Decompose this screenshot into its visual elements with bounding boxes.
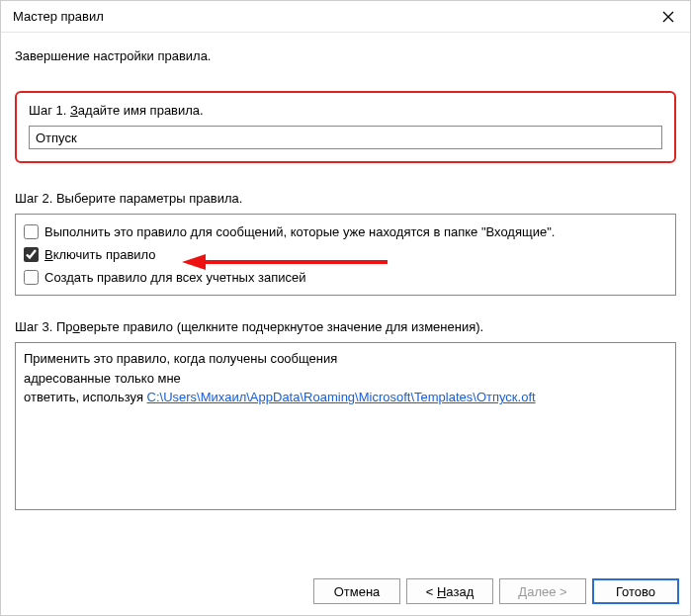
checkbox-all-accounts[interactable]	[24, 270, 39, 285]
page-heading: Завершение настройки правила.	[15, 48, 676, 63]
preview-line-1: Применить это правило, когда получены со…	[24, 349, 667, 369]
rule-name-input[interactable]	[29, 126, 662, 149]
cancel-button[interactable]: Отмена	[313, 578, 400, 604]
step1-label: Шаг 1. Задайте имя правила.	[29, 103, 662, 118]
window-title: Мастер правил	[13, 9, 104, 24]
dialog-buttons: Отмена < Назад Далее > Готово	[313, 578, 679, 604]
option-enable-rule-label: Включить правило	[44, 247, 156, 262]
option-enable-rule[interactable]: Включить правило	[24, 243, 667, 266]
close-icon	[662, 11, 674, 23]
step3-section: Шаг 3. Проверьте правило (щелкните подче…	[15, 319, 676, 510]
checkbox-enable-rule[interactable]	[24, 247, 39, 262]
step2-options-box: Выполнить это правило для сообщений, кот…	[15, 214, 676, 296]
dialog-content: Завершение настройки правила. Шаг 1. Зад…	[1, 33, 690, 520]
rule-preview-box: Применить это правило, когда получены со…	[15, 342, 676, 510]
option-run-existing[interactable]: Выполнить это правило для сообщений, кот…	[24, 220, 667, 243]
preview-line-2: адресованные только мне	[24, 369, 667, 389]
step3-label: Шаг 3. Проверьте правило (щелкните подче…	[15, 319, 676, 334]
next-button: Далее >	[499, 578, 586, 604]
step1-highlight-box: Шаг 1. Задайте имя правила.	[15, 91, 676, 163]
back-button[interactable]: < Назад	[406, 578, 493, 604]
option-run-existing-label: Выполнить это правило для сообщений, кот…	[44, 224, 555, 239]
template-path-link[interactable]: C:\Users\Михаил\AppData\Roaming\Microsof…	[147, 390, 536, 404]
option-all-accounts[interactable]: Создать правило для всех учетных записей	[24, 266, 667, 289]
option-all-accounts-label: Создать правило для всех учетных записей	[44, 270, 306, 285]
step2-label: Шаг 2. Выберите параметры правила.	[15, 191, 676, 206]
close-button[interactable]	[646, 2, 690, 32]
checkbox-run-existing[interactable]	[24, 224, 39, 239]
finish-button[interactable]: Готово	[592, 578, 679, 604]
titlebar: Мастер правил	[1, 1, 690, 33]
preview-line-3: ответить, используя C:\Users\Михаил\AppD…	[24, 388, 667, 407]
step2-section: Шаг 2. Выберите параметры правила. Выпол…	[15, 191, 676, 296]
